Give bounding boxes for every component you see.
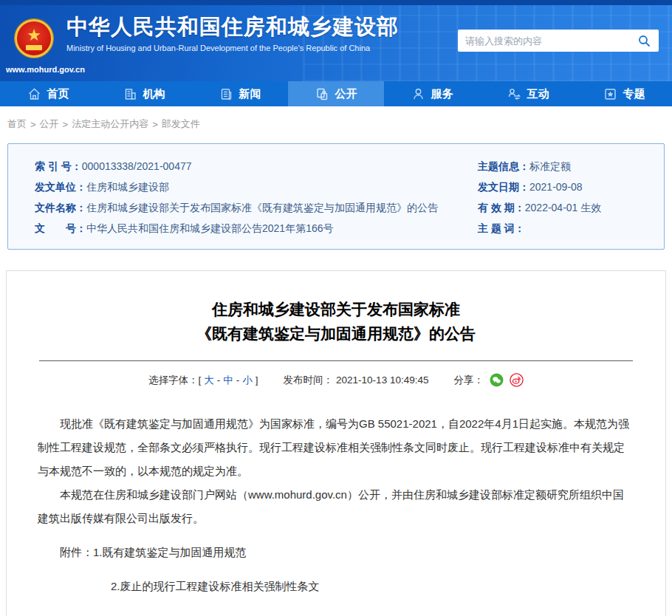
meta-value: 2021-09-08 — [529, 181, 583, 193]
nav-item-services[interactable]: 服务 — [384, 81, 480, 106]
main-nav: 首页 机构 新闻 公开 服务 互动 专题 — [0, 81, 672, 106]
breadcrumb-separator: > — [63, 119, 69, 130]
meta-row-issue-date: 发文日期：2021-09-08 — [478, 177, 664, 197]
nav-item-organization[interactable]: 机构 — [96, 81, 192, 106]
nav-item-topics[interactable]: 专题 — [576, 81, 672, 106]
article-paragraph-1: 现批准《既有建筑鉴定与加固通用规范》为国家标准，编号为GB 55021-2021… — [38, 412, 634, 483]
attachment-label: 附件： — [60, 546, 93, 558]
news-icon — [219, 87, 233, 101]
meta-row-document-number: 文 号：中华人民共和国住房和城乡建设部公告2021年第166号 — [35, 218, 478, 239]
font-size-sep: - — [236, 374, 240, 386]
breadcrumb: 首页 > 公开 > 法定主动公开内容 > 部发文件 — [0, 106, 672, 142]
nav-label: 互动 — [527, 87, 549, 101]
documents-icon — [315, 87, 329, 101]
meta-row-index-number: 索 引 号：000013338/2021-00477 — [35, 156, 478, 177]
meta-value: 住房和城乡建设部 — [86, 181, 169, 193]
emblem-star-icon: ★ — [27, 27, 41, 44]
nav-item-disclosure[interactable]: 公开 — [288, 81, 384, 106]
attachment-1-link[interactable]: 1.既有建筑鉴定与加固通用规范 — [93, 546, 247, 558]
breadcrumb-separator: > — [30, 119, 36, 130]
meta-label: 索 引 号： — [35, 160, 82, 172]
breadcrumb-home-link[interactable]: 首页 — [7, 117, 27, 131]
search-box[interactable] — [458, 30, 659, 52]
person-icon — [411, 87, 425, 101]
breadcrumb-separator: > — [152, 119, 158, 130]
meta-label: 有 效 期： — [478, 202, 525, 213]
article-title: 住房和城乡建设部关于发布国家标准 《既有建筑鉴定与加固通用规范》的公告 — [38, 298, 634, 346]
font-size-suffix: ] — [256, 374, 258, 386]
nav-item-home[interactable]: 首页 — [0, 81, 96, 106]
share-label: 分享： — [453, 374, 484, 387]
meta-row-effective-date: 有 效 期：2022-04-01 生效 — [478, 197, 664, 218]
meta-value: 住房和城乡建设部关于发布国家标准《既有建筑鉴定与加固通用规范》的公告 — [86, 202, 438, 213]
site-header: ★ 中华人民共和国住房和城乡建设部 Ministry of Housing an… — [0, 0, 672, 81]
site-subtitle: Ministry of Housing and Urban-Rural Deve… — [66, 44, 399, 52]
national-emblem-logo: ★ — [15, 19, 53, 58]
publish-time-value: 2021-10-13 10:49:45 — [336, 374, 428, 386]
title-divider — [39, 360, 633, 361]
building-icon — [123, 87, 137, 101]
breadcrumb-statutory-link[interactable]: 法定主动公开内容 — [72, 117, 148, 131]
meta-label: 发文单位： — [35, 181, 86, 193]
nav-item-news[interactable]: 新闻 — [192, 81, 288, 106]
nav-label: 机构 — [143, 87, 165, 101]
article-body: 现批准《既有建筑鉴定与加固通用规范》为国家标准，编号为GB 55021-2021… — [38, 412, 634, 616]
nav-label: 新闻 — [239, 87, 261, 101]
emblem-gate-shape — [26, 45, 42, 50]
document-meta-box: 索 引 号：000013338/2021-00477 发文单位：住房和城乡建设部… — [7, 143, 665, 250]
meta-value: 中华人民共和国住房和城乡建设部公告2021年第166号 — [86, 222, 334, 234]
header-top-strip — [0, 0, 672, 5]
article-title-line1: 住房和城乡建设部关于发布国家标准 — [38, 298, 634, 322]
nav-item-interaction[interactable]: 互动 — [480, 81, 576, 106]
wechat-share-icon[interactable] — [490, 373, 504, 387]
meta-row-topic-info: 主题信息：标准定额 — [478, 156, 664, 177]
search-input[interactable] — [465, 35, 637, 47]
breadcrumb-disclosure-link[interactable]: 公开 — [40, 117, 59, 131]
home-icon — [27, 87, 41, 101]
site-brand: ★ 中华人民共和国住房和城乡建设部 Ministry of Housing an… — [15, 15, 399, 58]
meta-label: 文件名称： — [35, 202, 86, 213]
nav-label: 服务 — [431, 87, 453, 101]
article-panel: 住房和城乡建设部关于发布国家标准 《既有建筑鉴定与加固通用规范》的公告 选择字体… — [6, 270, 666, 616]
meta-label: 主题信息： — [478, 160, 529, 172]
article-paragraph-2: 本规范在住房和城乡建设部门户网站（www.mohurd.gov.cn）公开，并由… — [38, 483, 634, 530]
weibo-share-icon[interactable] — [510, 373, 524, 387]
attachment-2-link[interactable]: 2.废止的现行工程建设标准相关强制性条文 — [111, 580, 320, 592]
meta-row-keywords: 主 题 词： — [478, 218, 664, 239]
people-exchange-icon — [507, 87, 521, 101]
font-size-prefix: 选择字体：[ — [148, 374, 201, 387]
meta-value: 标准定额 — [529, 160, 571, 172]
meta-value: 000013338/2021-00477 — [82, 160, 192, 172]
meta-label: 发文日期： — [478, 181, 529, 193]
nav-label: 公开 — [335, 87, 357, 101]
publish-time-label: 发布时间： — [284, 374, 334, 387]
site-title: 中华人民共和国住房和城乡建设部 — [66, 15, 399, 39]
meta-row-document-title: 文件名称：住房和城乡建设部关于发布国家标准《既有建筑鉴定与加固通用规范》的公告 — [35, 197, 478, 218]
font-size-sep: - — [217, 374, 221, 386]
font-size-small-link[interactable]: 小 — [242, 374, 253, 387]
nav-label: 首页 — [47, 87, 69, 101]
attachment-row-1: 附件：1.既有建筑鉴定与加固通用规范 — [38, 541, 634, 564]
font-size-large-link[interactable]: 大 — [204, 374, 214, 387]
article-meta-row: 选择字体：[大 - 中 - 小] 发布时间：2021-10-13 10:49:4… — [38, 373, 634, 387]
meta-label: 文 号： — [35, 222, 86, 234]
nav-label: 专题 — [623, 87, 645, 101]
article-title-line2: 《既有建筑鉴定与加固通用规范》的公告 — [38, 322, 634, 346]
star-badge-icon — [603, 87, 617, 101]
font-size-medium-link[interactable]: 中 — [223, 374, 233, 387]
meta-row-issuing-unit: 发文单位：住房和城乡建设部 — [35, 177, 478, 197]
search-button[interactable] — [637, 33, 651, 48]
search-icon — [638, 35, 651, 47]
meta-value: 2022-04-01 生效 — [525, 202, 602, 213]
attachment-row-2: 2.废止的现行工程建设标准相关强制性条文 — [38, 575, 634, 598]
meta-label: 主 题 词： — [478, 222, 525, 234]
breadcrumb-ministry-docs-link[interactable]: 部发文件 — [162, 117, 200, 131]
site-url: www.mohurd.gov.cn — [6, 65, 85, 74]
